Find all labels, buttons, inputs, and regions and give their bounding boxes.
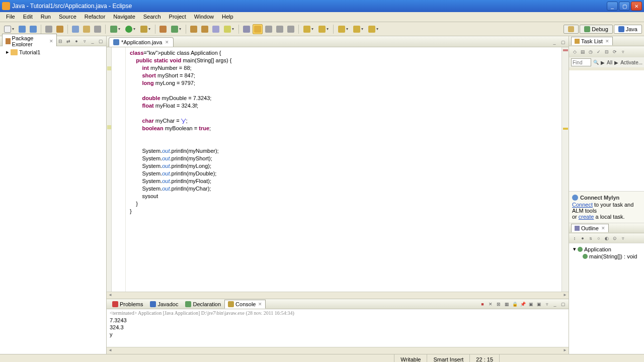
schedule-icon[interactable]: ◷	[587, 48, 594, 55]
editor-horizontal-scrollbar[interactable]	[107, 292, 569, 299]
terminate-icon[interactable]: ■	[479, 301, 486, 308]
categorize-icon[interactable]: ▤	[579, 48, 586, 55]
view-menu-icon[interactable]: ▿	[81, 38, 88, 45]
save-all-button[interactable]	[28, 24, 38, 34]
focus-workweek-icon[interactable]: ✓	[595, 48, 602, 55]
maximize-button[interactable]: ▢	[619, 2, 630, 11]
toggle-focus-button[interactable]	[253, 24, 263, 34]
annotation-button[interactable]	[222, 24, 236, 34]
toggle-breadcrumb[interactable]	[70, 24, 80, 34]
find-nav[interactable]: ▶	[601, 60, 605, 65]
link-editor-icon[interactable]: ⇄	[65, 38, 72, 45]
scroll-lock-icon[interactable]: 🔒	[511, 301, 518, 308]
error-marker-icon[interactable]	[563, 49, 568, 51]
overview-ruler[interactable]	[561, 47, 569, 292]
open-task-button[interactable]	[200, 24, 210, 34]
tasklist-tab[interactable]: Task List ✕	[571, 37, 613, 45]
toggle-mark[interactable]	[82, 24, 92, 34]
display-console-icon[interactable]: ▣	[527, 301, 534, 308]
minimize-console-icon[interactable]: _	[551, 301, 558, 308]
menu-help[interactable]: Help	[218, 12, 237, 22]
save-button[interactable]	[17, 24, 27, 34]
menu-search[interactable]: Search	[139, 12, 165, 22]
menu-file[interactable]: File	[2, 12, 19, 22]
menu-project[interactable]: Project	[165, 12, 190, 22]
fwd-nav-button[interactable]	[316, 24, 331, 34]
close-button[interactable]: ✕	[631, 2, 642, 11]
focus-task-icon[interactable]: ●	[73, 38, 80, 45]
back-nav-button[interactable]	[301, 24, 315, 34]
pin-console-icon[interactable]: 📌	[519, 301, 526, 308]
find-input[interactable]	[571, 58, 591, 66]
build-button[interactable]	[55, 24, 65, 34]
menu-window[interactable]: Window	[190, 12, 218, 22]
connect-link[interactable]: Connect	[572, 202, 593, 208]
search-icon[interactable]: 🔍	[593, 59, 599, 66]
debug-button[interactable]	[108, 24, 122, 34]
maximize-editor-icon[interactable]: ▢	[559, 39, 567, 46]
prev-button[interactable]	[286, 24, 296, 34]
minimize-view-icon[interactable]: _	[89, 38, 96, 45]
close-icon[interactable]: ✕	[49, 39, 53, 44]
hide-local-icon[interactable]: ◐	[603, 235, 610, 242]
hide-nonpublic-icon[interactable]: ○	[595, 235, 602, 242]
run-button[interactable]	[123, 24, 137, 34]
pin-editor-button[interactable]	[242, 24, 252, 34]
package-tree[interactable]: ▸ Tutorial1	[0, 46, 106, 354]
new-button[interactable]	[2, 24, 16, 34]
debug-perspective[interactable]: Debug	[580, 25, 612, 34]
find-nav2[interactable]: ▶	[614, 60, 618, 65]
project-item[interactable]: ▸ Tutorial1	[2, 48, 104, 56]
collapse-all-icon[interactable]: ⊟	[57, 38, 64, 45]
new-task-icon[interactable]: ◇	[571, 48, 578, 55]
open-console-icon[interactable]: ▣	[535, 301, 542, 308]
forward-button[interactable]	[351, 24, 365, 34]
expand-icon[interactable]: ▸	[6, 49, 9, 55]
synchronize-icon[interactable]: ⟳	[611, 48, 618, 55]
tasklist-menu-icon[interactable]: ▿	[619, 48, 626, 55]
open-perspective-button[interactable]	[564, 25, 579, 34]
tab-problems[interactable]: Problems	[109, 300, 146, 309]
warning-marker-icon[interactable]	[107, 125, 111, 129]
backward-button[interactable]	[366, 24, 380, 34]
close-icon[interactable]: ✕	[165, 40, 169, 45]
console-view[interactable]: <terminated> Application [Java Applicati…	[107, 309, 569, 347]
last-edit-button[interactable]	[336, 24, 350, 34]
menu-refactor[interactable]: Refactor	[80, 12, 110, 22]
outline-item[interactable]: main(String[]) : void	[571, 253, 642, 260]
sort-icon[interactable]: ↕	[571, 235, 578, 242]
search-button[interactable]	[211, 24, 221, 34]
java-perspective[interactable]: Java	[614, 25, 642, 34]
outline-menu-icon[interactable]: ▿	[619, 235, 626, 242]
tab-declaration[interactable]: Declaration	[182, 300, 224, 309]
toggle-block[interactable]	[93, 24, 103, 34]
print-button[interactable]	[44, 24, 54, 34]
warning-marker-icon[interactable]	[563, 128, 568, 130]
hide-fields-icon[interactable]: ●	[579, 235, 586, 242]
new-class-button[interactable]	[169, 24, 183, 34]
outline-tree[interactable]: ▾Applicationmain(String[]) : void	[569, 243, 644, 354]
menu-navigate[interactable]: Navigate	[109, 12, 139, 22]
find-all[interactable]: All	[607, 60, 612, 65]
minimize-button[interactable]: _	[607, 2, 618, 11]
folding-gutter[interactable]	[112, 47, 126, 292]
minimize-editor-icon[interactable]: _	[551, 39, 558, 46]
next-button[interactable]	[275, 24, 285, 34]
tab-console[interactable]: Console✕	[224, 300, 266, 309]
menu-run[interactable]: Run	[37, 12, 55, 22]
outline-tab[interactable]: Outline ✕	[571, 224, 609, 232]
console-horizontal-scrollbar[interactable]	[107, 347, 569, 354]
code-text[interactable]: class="kw">public class Application { pu…	[126, 47, 561, 292]
outline-item[interactable]: ▾Application	[571, 245, 642, 253]
maximize-console-icon[interactable]: ▢	[559, 301, 567, 308]
close-icon[interactable]: ✕	[605, 39, 609, 44]
tab-javadoc[interactable]: Javadoc	[146, 300, 182, 309]
warning-marker-icon[interactable]	[107, 66, 111, 70]
collapse-icon[interactable]: ⊟	[603, 48, 610, 55]
focus-icon[interactable]: ⊙	[611, 235, 618, 242]
create-link[interactable]: create	[579, 214, 594, 220]
annotation-ruler[interactable]	[107, 47, 112, 292]
remove-all-icon[interactable]: ⊠	[495, 301, 502, 308]
menu-edit[interactable]: Edit	[19, 12, 37, 22]
remove-launch-icon[interactable]: ✕	[487, 301, 494, 308]
